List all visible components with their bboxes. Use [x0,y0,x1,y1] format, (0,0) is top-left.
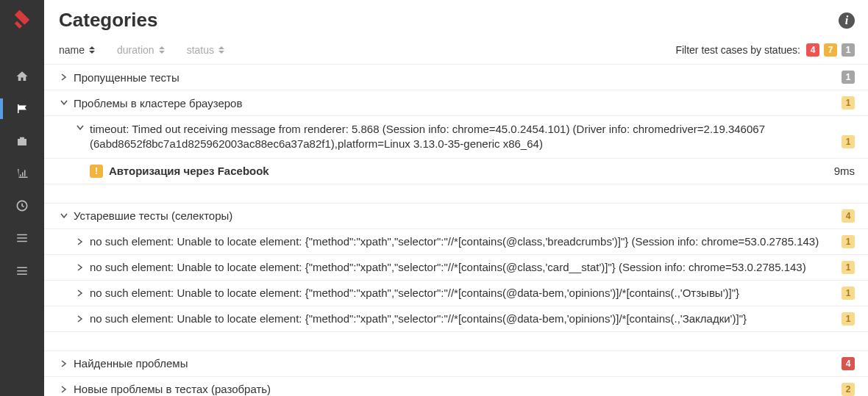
count-badge: 4 [842,209,855,223]
sort-filter-bar: name duration status Filter test cases b… [44,40,868,65]
category-label: Устаревшие тесты (селекторы) [74,209,836,222]
count-badge: 1 [842,71,855,84]
filter-label: Filter test cases by statues: [675,44,800,56]
chevron-right-icon [75,238,85,245]
page-title: Categories [59,9,157,32]
count-badge: 1 [842,287,855,300]
count-badge: 1 [842,96,855,109]
info-icon[interactable]: i [839,12,855,29]
filter-broken-badge[interactable]: 7 [824,43,837,57]
sort-icon [159,46,165,54]
sort-by-status[interactable]: status [187,44,224,56]
count-badge: 4 [842,357,855,370]
test-row[interactable]: ! Авторизация через Facebook 9ms [44,159,868,184]
message-row[interactable]: timeout: Timed out receiving message fro… [44,116,868,159]
nav-packages[interactable] [0,254,44,287]
nav-overview[interactable] [0,60,44,93]
nav-categories[interactable] [0,93,44,125]
sort-by-duration[interactable]: duration [117,44,165,56]
message-row[interactable]: no such element: Unable to locate elemen… [44,255,868,281]
nav-timeline[interactable] [0,190,44,222]
message-row[interactable]: no such element: Unable to locate elemen… [44,306,868,332]
header: Categories i [44,0,868,40]
chevron-down-icon [59,213,69,219]
message-row[interactable]: no such element: Unable to locate elemen… [44,229,868,255]
status-broken-icon: ! [90,165,103,178]
chevron-right-icon [75,289,85,297]
chevron-down-icon [75,125,85,131]
chevron-right-icon [59,360,69,367]
chevron-right-icon [59,386,69,393]
nav-suites[interactable] [0,125,44,157]
main-panel: Categories i name duration status Filter… [44,0,868,396]
sort-name-label: name [59,44,85,56]
chevron-right-icon [59,73,69,81]
category-row[interactable]: Проблемы в кластере браузеров 1 [44,90,868,116]
category-label: Пропущенные тесты [74,71,836,84]
count-badge: 1 [842,135,855,148]
count-badge: 1 [842,235,855,248]
chevron-right-icon [75,264,85,271]
category-label: Новые проблемы в тестах (разобрать) [74,383,836,395]
category-label: Найденные проблемы [74,357,836,370]
count-badge: 1 [842,312,855,325]
app-logo [10,7,35,32]
spacer [44,332,868,351]
category-tree: Пропущенные тесты 1 Проблемы в кластере … [44,65,868,396]
sidebar [0,0,44,396]
sort-status-label: status [187,44,214,56]
sort-by-name[interactable]: name [59,44,95,56]
category-row[interactable]: Пропущенные тесты 1 [44,65,868,90]
filter-failed-badge[interactable]: 4 [806,43,819,57]
message-label: no such element: Unable to locate elemen… [90,312,836,325]
count-badge: 2 [842,383,855,396]
message-label: no such element: Unable to locate elemen… [90,287,836,299]
category-row[interactable]: Найденные проблемы 4 [44,351,868,377]
filter-skipped-badge[interactable]: 1 [842,43,855,57]
message-label: no such element: Unable to locate elemen… [90,261,836,273]
nav-graphs[interactable] [0,157,44,190]
chevron-right-icon [75,315,85,323]
category-label: Проблемы в кластере браузеров [74,97,836,109]
category-row[interactable]: Устаревшие тесты (селекторы) 4 [44,204,868,229]
sort-duration-label: duration [117,44,154,56]
test-duration: 9ms [834,165,855,177]
count-badge: 1 [842,261,855,274]
message-row[interactable]: no such element: Unable to locate elemen… [44,281,868,306]
category-row[interactable]: Новые проблемы в тестах (разобрать) 2 [44,377,868,397]
nav-behaviors[interactable] [0,222,44,254]
message-label: timeout: Timed out receiving message fro… [90,122,836,152]
spacer [44,184,868,204]
test-label: Авторизация через Facebook [109,165,828,177]
sort-icon [218,46,224,54]
sort-icon [89,46,95,54]
message-label: no such element: Unable to locate elemen… [90,235,836,248]
chevron-down-icon [59,100,69,106]
